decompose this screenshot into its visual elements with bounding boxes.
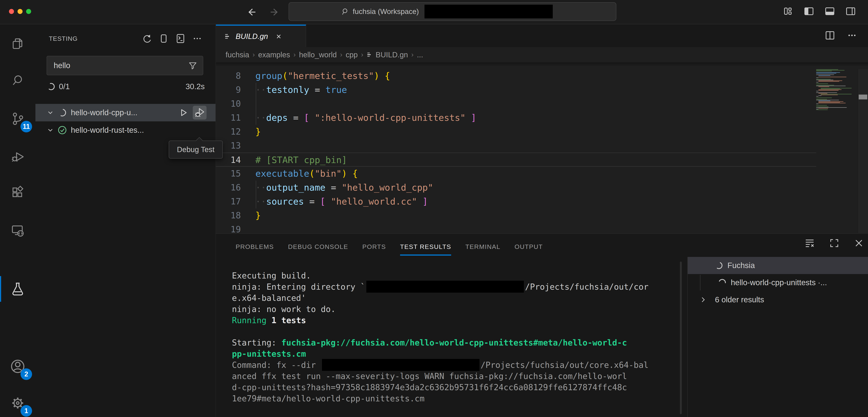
code-editor[interactable]: 8group("hermetic_tests") {9··testonly = … [216,69,816,236]
debug-test-icon[interactable] [193,106,207,119]
output-line: 1ee79#meta/hello-world-cpp-unittests.cm [232,393,687,404]
panel-tab-problems[interactable]: PROBLEMS [236,238,274,255]
panel-tab-debug-console[interactable]: DEBUG CONSOLE [288,238,348,255]
gn-file-icon [224,33,231,40]
filter-icon[interactable] [188,61,197,70]
test-url-link[interactable]: fuchsia-pkg://fuchsia.com/hello-world-cp… [281,338,627,347]
stop-tests-icon[interactable] [158,33,169,44]
breadcrumb-item[interactable]: BUILD.gn [367,50,408,59]
toggle-panel-icon[interactable] [824,6,836,17]
clear-output-icon[interactable] [804,238,815,248]
run-test-icon[interactable] [176,106,190,119]
sidebar-item-search[interactable] [0,66,35,94]
sidebar-item-remote-explorer[interactable] [0,217,35,245]
test-item-cpp[interactable]: hello-world-cpp-u... [35,104,216,121]
maximize-panel-icon[interactable] [829,238,840,248]
panel-scrollbar[interactable] [680,262,682,414]
breadcrumb-item-label: hello_world [299,50,337,59]
command-center-search[interactable]: fuchsia (Workspace) [288,2,616,21]
code-text: } [250,209,816,222]
code-line-17[interactable]: 17··sources = [ "hello_world.cc" ] [216,195,816,209]
toggle-secondary-sidebar-icon[interactable] [845,6,857,17]
chevron-down-icon[interactable] [46,126,55,134]
code-line-8[interactable]: 8group("hermetic_tests") { [216,69,816,83]
scroll-shadow [216,62,868,66]
code-token: "hermetic_tests" [288,71,374,81]
test-url-link[interactable]: pp-unittests.cm [232,349,306,358]
code-line-10[interactable]: 10 [216,97,816,111]
running-spinner-icon [718,278,727,287]
breadcrumb-item-label: ... [417,50,423,59]
breadcrumb-item[interactable]: examples [258,50,290,59]
breadcrumb-item[interactable]: cpp [346,50,358,59]
debug-test-tooltip: Debug Test [169,141,223,159]
code-line-15[interactable]: 15executable("bin") { [216,167,816,181]
result-row-fuchsia[interactable]: Fuchsia [688,257,868,274]
sidebar-item-explorer[interactable] [0,30,35,58]
customize-layout-icon[interactable] [782,6,794,17]
code-token: sources [266,196,304,207]
code-token: ) [374,71,379,81]
refresh-tests-icon[interactable] [142,33,152,44]
sidebar-item-run-debug[interactable] [0,143,35,171]
back-button[interactable] [246,6,258,18]
minimap[interactable] [816,69,851,110]
panel-tab-ports[interactable]: PORTS [363,238,386,255]
breadcrumb-item[interactable]: hello_world [299,50,337,59]
zoom-window-button[interactable] [26,9,31,14]
code-line-14[interactable]: 14# [START cpp_bin] [216,153,816,167]
code-line-9[interactable]: 9··testonly = true [216,83,816,97]
panel-tab-output[interactable]: OUTPUT [515,238,543,255]
accounts-badge: 2 [21,369,32,380]
breadcrumb-item[interactable]: ... [417,50,423,59]
tab-build-gn[interactable]: BUILD.gn [216,25,306,47]
running-spinner-icon [57,108,67,117]
code-line-13[interactable]: 13 [216,139,816,153]
breadcrumb-item[interactable]: fuchsia [225,50,249,59]
output-line: pp-unittests.cm [232,348,687,359]
code-token: } [255,210,261,220]
close-panel-icon[interactable] [854,238,864,248]
more-actions-icon[interactable] [192,33,203,44]
panel-tab-test-results[interactable]: TEST RESULTS [400,238,451,255]
sidebar-item-settings[interactable]: 1 [0,389,35,417]
sidebar-item-testing[interactable] [0,275,35,303]
code-line-12[interactable]: 12} [216,125,816,139]
breadcrumb-separator: › [340,51,342,59]
output-text: ninja: no work to do. [232,304,336,314]
panel-tab-terminal[interactable]: TERMINAL [465,238,500,255]
code-token: executable [255,168,309,179]
test-item-rust[interactable]: hello-world-rust-tes... [35,121,216,139]
chevron-down-icon[interactable] [46,108,55,117]
minimize-window-button[interactable] [18,9,23,14]
test-filter-input[interactable]: hello [46,56,203,75]
split-editor-icon[interactable] [825,30,836,41]
indent-guide [256,181,256,195]
code-line-18[interactable]: 18} [216,209,816,222]
code-token: ":hello-world-cpp-unittests" [315,112,466,123]
close-window-button[interactable] [9,9,14,14]
test-terminal-icon[interactable] [175,33,186,44]
output-line: Executing build. [232,270,687,281]
sidebar-item-accounts[interactable]: 2 [0,352,35,380]
result-row-cpp-unittests[interactable]: hello-world-cpp-unittests ·... [688,274,868,291]
extensions-icon [11,185,25,200]
close-icon[interactable] [275,33,282,40]
sidebar-item-extensions[interactable] [0,178,35,206]
editor-more-actions-icon[interactable] [846,30,858,41]
indent-guide [256,111,256,125]
toggle-sidebar-icon[interactable] [803,6,815,17]
sidebar-item-source-control[interactable]: 11 [0,105,35,133]
test-item-label: hello-world-cpp-u... [71,108,137,117]
breadcrumb[interactable]: fuchsia›examples›hello_world›cpp›BUILD.g… [216,47,868,62]
output-text: Running [232,316,267,325]
scrollbar-handle[interactable] [859,95,867,99]
code-token: ] [471,112,476,123]
editor-scrollbar[interactable] [858,69,868,233]
code-line-16[interactable]: 16··output_name = "hello_world_cpp" [216,181,816,195]
code-line-11[interactable]: 11··deps = [ ":hello-world-cpp-unittests… [216,111,816,125]
code-token [347,168,352,179]
forward-button[interactable] [268,6,280,18]
output-text: Executing build. [232,271,311,280]
result-row-older-results[interactable]: 6 older results [688,291,868,308]
